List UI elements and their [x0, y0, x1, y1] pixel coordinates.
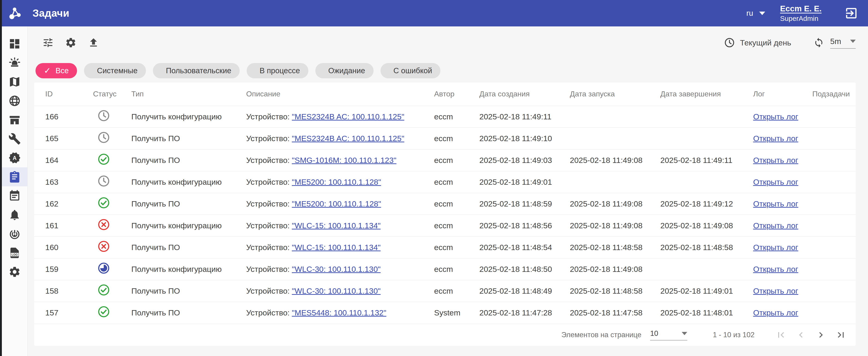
toolbar-right: Текущий день 5m: [724, 37, 856, 49]
task-started: [570, 128, 660, 149]
filter-chip-label: В процессе: [260, 66, 300, 75]
device-link[interactable]: "WLC-15: 100.110.1.134": [292, 221, 381, 230]
logout-button[interactable]: [844, 6, 859, 21]
log-file-icon: LOG: [8, 247, 21, 259]
filter-chip[interactable]: В процессе: [247, 63, 308, 78]
table-row: 166: [34, 106, 856, 128]
sidebar: A: [2, 27, 28, 356]
refresh-interval-value: 5m: [830, 37, 841, 46]
task-description: Устройство: "WLC-30: 100.110.1.130": [246, 280, 434, 302]
description-prefix: Устройство:: [246, 221, 292, 230]
scheduled-clock-icon: [97, 109, 110, 122]
sidebar-item-map[interactable]: [2, 72, 27, 91]
filter-settings-button[interactable]: [42, 37, 54, 49]
scheduled-clock-icon: [97, 131, 110, 144]
status-icon: [97, 218, 110, 231]
sidebar-item-web[interactable]: [2, 91, 27, 110]
device-link[interactable]: "MES5448: 100.110.1.132": [292, 308, 386, 317]
open-log-link[interactable]: Открыть лог: [753, 243, 798, 252]
description-prefix: Устройство:: [246, 308, 292, 317]
sidebar-item-settings[interactable]: [2, 262, 27, 281]
open-log-link[interactable]: Открыть лог: [753, 156, 798, 165]
device-link[interactable]: "ME5200: 100.110.1.128": [292, 178, 381, 186]
open-log-link[interactable]: Открыть лог: [753, 112, 798, 121]
sidebar-item-actions[interactable]: [2, 224, 27, 243]
sidebar-item-alarm-classes[interactable]: A: [2, 148, 27, 167]
filter-chip[interactable]: Ожидание: [315, 63, 374, 78]
task-id: 160: [34, 237, 93, 258]
device-link[interactable]: "MES2324B AC: 100.110.1.125": [292, 112, 404, 121]
tasks-clipboard-icon: [8, 171, 21, 183]
task-author: eccm: [434, 171, 479, 193]
first-page-icon: [775, 329, 786, 341]
header-author: Автор: [434, 82, 479, 106]
task-log: Открыть лог: [753, 302, 812, 324]
task-subtasks: [812, 128, 856, 149]
task-description: Устройство: "ME5200: 100.110.1.128": [246, 193, 434, 215]
previous-page-button[interactable]: [795, 329, 807, 341]
device-link[interactable]: "ME5200: 100.110.1.128": [292, 199, 381, 208]
filter-chip[interactable]: ✓Все: [35, 63, 77, 78]
task-log: Открыть лог: [753, 237, 812, 258]
refresh-button[interactable]: [813, 37, 824, 48]
device-link[interactable]: "WLC-30: 100.110.1.130": [292, 286, 381, 295]
device-link[interactable]: "SMG-1016M: 100.110.1.123": [292, 156, 397, 165]
last-page-button[interactable]: [835, 329, 846, 341]
open-log-link[interactable]: Открыть лог: [753, 286, 798, 295]
filter-chip[interactable]: Пользовательские: [153, 63, 240, 78]
open-log-link[interactable]: Открыть лог: [753, 221, 798, 230]
language-select[interactable]: ru: [746, 9, 765, 17]
sidebar-item-logs[interactable]: LOG: [2, 243, 27, 262]
sidebar-item-alarms[interactable]: [2, 53, 27, 72]
success-check-icon: [97, 153, 110, 166]
task-finished: 2025-02-18 11:49:08: [660, 215, 753, 237]
sidebar-item-devices[interactable]: [2, 110, 27, 129]
tasks-table-card: ID Статус Тип Описание Автор Дата создан…: [34, 82, 856, 346]
sidebar-item-maintenance[interactable]: [2, 129, 27, 148]
status-icon: [97, 175, 110, 187]
device-link[interactable]: "WLC-30: 100.110.1.130": [292, 265, 381, 274]
table-settings-button[interactable]: [65, 37, 77, 49]
pager-nav: [775, 329, 846, 341]
last-page-icon: [835, 329, 846, 341]
filter-chips: ✓Все Системные Пользовательские В процес…: [34, 59, 856, 82]
task-created: 2025-02-18 11:48:54: [479, 237, 570, 258]
task-id: 166: [34, 106, 93, 128]
task-finished: [660, 171, 753, 193]
time-filter-button[interactable]: Текущий день: [724, 37, 791, 48]
items-per-page-select[interactable]: 10: [650, 329, 687, 341]
first-page-button[interactable]: [775, 329, 786, 341]
topbar: Задачи ru Eccm E. E. SuperAdmin: [2, 0, 868, 27]
open-log-link[interactable]: Открыть лог: [753, 308, 798, 317]
task-author: eccm: [434, 106, 479, 128]
open-log-link[interactable]: Открыть лог: [753, 178, 798, 186]
task-author: eccm: [434, 128, 479, 149]
sidebar-item-notifications[interactable]: [2, 205, 27, 224]
open-log-link[interactable]: Открыть лог: [753, 265, 798, 274]
task-author: System: [434, 302, 479, 324]
header-id: ID: [34, 82, 93, 106]
sidebar-item-scheduled-tasks[interactable]: [2, 186, 27, 205]
task-type: Получить ПО: [131, 149, 246, 171]
task-description: Устройство: "WLC-15: 100.110.1.134": [246, 215, 434, 237]
device-link[interactable]: "MES2324B AC: 100.110.1.125": [292, 134, 404, 143]
device-link[interactable]: "WLC-15: 100.110.1.134": [292, 243, 381, 252]
task-description: Устройство: "WLC-30: 100.110.1.130": [246, 258, 434, 280]
filter-chip[interactable]: Системные: [84, 63, 146, 78]
upload-button[interactable]: [88, 37, 99, 49]
task-finished: 2025-02-18 11:49:12: [660, 193, 753, 215]
success-check-icon: [97, 283, 110, 296]
open-log-link[interactable]: Открыть лог: [753, 199, 798, 208]
task-id: 159: [34, 258, 93, 280]
next-page-button[interactable]: [815, 329, 827, 341]
filter-chip[interactable]: С ошибкой: [380, 63, 441, 78]
tasks-table: ID Статус Тип Описание Автор Дата создан…: [34, 82, 856, 324]
task-finished: 2025-02-18 11:48:58: [660, 237, 753, 258]
sidebar-item-tasks[interactable]: [2, 167, 27, 186]
description-prefix: Устройство:: [246, 112, 292, 121]
task-log: Открыть лог: [753, 258, 812, 280]
user-name-link[interactable]: Eccm E. E.: [780, 4, 822, 13]
open-log-link[interactable]: Открыть лог: [753, 134, 798, 143]
refresh-interval-select[interactable]: 5m: [830, 37, 856, 49]
sidebar-item-dashboard[interactable]: [2, 34, 27, 53]
